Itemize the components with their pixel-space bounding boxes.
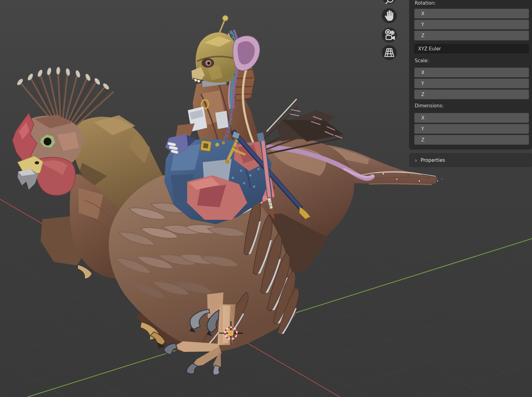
hand-icon xyxy=(382,8,397,23)
scale-y-field[interactable]: Y xyxy=(414,79,529,88)
dimensions-x-field[interactable]: X xyxy=(414,113,529,123)
rotation-y-field[interactable]: Y xyxy=(414,20,529,29)
pan-button[interactable] xyxy=(382,8,397,23)
chevron-right-icon: › xyxy=(415,157,417,164)
rotation-label: Rotation: xyxy=(415,0,436,6)
rotation-z-field[interactable]: Z xyxy=(414,31,529,40)
camera-view-button[interactable] xyxy=(382,28,397,43)
scale-label: Scale: xyxy=(415,58,429,64)
transform-panel: Rotation: X Y Z XYZ Euler Scale: X Y Z D… xyxy=(409,0,532,149)
object-origin-dot xyxy=(229,331,233,336)
properties-panel-header[interactable]: › Properties xyxy=(409,153,532,167)
magnifier-icon xyxy=(382,0,397,4)
zoom-button[interactable] xyxy=(382,0,397,4)
properties-panel-label: Properties xyxy=(421,157,445,163)
perspective-grid-button[interactable] xyxy=(382,45,397,60)
rotation-x-field[interactable]: X xyxy=(414,9,529,18)
rotation-mode-dropdown[interactable]: XYZ Euler xyxy=(414,44,529,54)
dimensions-y-field[interactable]: Y xyxy=(414,124,529,134)
bird-head xyxy=(13,113,83,195)
blender-viewport-screenshot: { "panel": { "rotation": { "label": "Rot… xyxy=(0,0,532,397)
dimensions-z-field[interactable]: Z xyxy=(414,135,529,145)
dimensions-label: Dimensions: xyxy=(415,103,444,109)
scale-x-field[interactable]: X xyxy=(414,68,529,77)
movie-camera-icon xyxy=(382,28,397,43)
rider-helmet xyxy=(192,15,238,83)
scale-z-field[interactable]: Z xyxy=(414,90,529,99)
grid-plane-icon xyxy=(382,45,397,60)
